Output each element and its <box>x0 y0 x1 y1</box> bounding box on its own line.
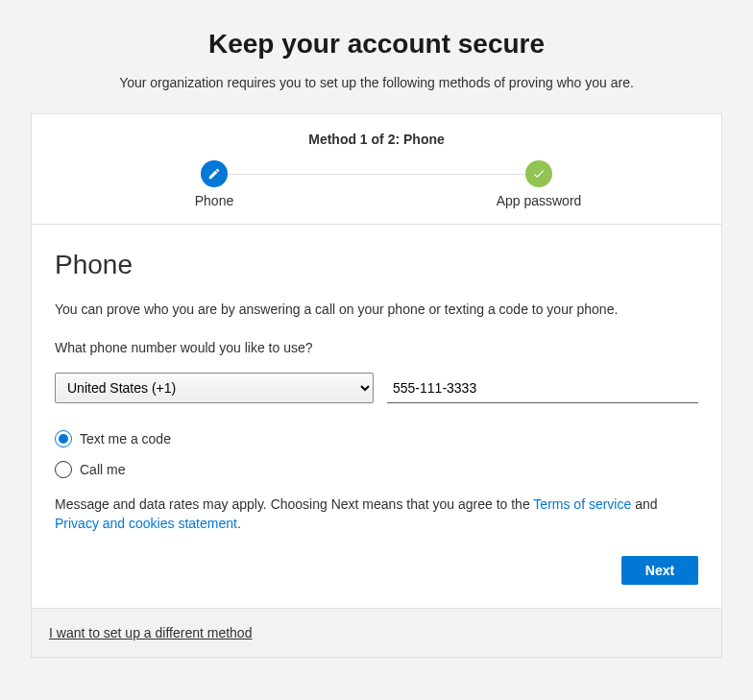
disclaimer-and: and <box>631 496 657 512</box>
step-phone: Phone <box>166 160 262 208</box>
step-app-password: App password <box>491 160 587 208</box>
radio-call-me-label: Call me <box>80 462 125 477</box>
checkmark-icon <box>525 160 552 187</box>
phone-section: Phone You can prove who you are by answe… <box>32 225 721 608</box>
radio-text-code-label: Text me a code <box>80 431 171 447</box>
radio-icon <box>55 461 72 478</box>
phone-input-row: United States (+1) <box>55 373 698 403</box>
card-footer: I want to set up a different method <box>32 608 721 657</box>
radio-dot-icon <box>59 434 68 444</box>
radio-call-me[interactable]: Call me <box>55 461 698 478</box>
page-subtitle: Your organization requires you to set up… <box>31 75 722 90</box>
method-progress-label: Method 1 of 2: Phone <box>51 132 702 147</box>
pencil-icon <box>201 160 228 187</box>
step-app-password-label: App password <box>497 193 582 208</box>
phone-number-input[interactable] <box>387 373 698 403</box>
terms-of-service-link[interactable]: Terms of service <box>533 496 631 512</box>
verification-method-radios: Text me a code Call me <box>55 430 698 478</box>
button-row: Next <box>55 556 698 585</box>
radio-text-code[interactable]: Text me a code <box>55 430 698 447</box>
setup-card: Method 1 of 2: Phone Phone <box>31 113 722 658</box>
stepper-line <box>228 174 525 175</box>
disclaimer-prefix: Message and data rates may apply. Choosi… <box>55 496 533 512</box>
phone-prompt: What phone number would you like to use? <box>55 340 698 355</box>
privacy-link[interactable]: Privacy and cookies statement <box>55 516 237 531</box>
stepper-section: Method 1 of 2: Phone Phone <box>32 114 721 225</box>
section-heading: Phone <box>55 250 698 280</box>
disclaimer-text: Message and data rates may apply. Choosi… <box>55 495 698 533</box>
stepper: Phone App password <box>51 160 702 208</box>
country-code-select[interactable]: United States (+1) <box>55 373 374 403</box>
different-method-link[interactable]: I want to set up a different method <box>49 625 252 640</box>
next-button[interactable]: Next <box>621 556 698 585</box>
page-container: Keep your account secure Your organizati… <box>31 29 722 658</box>
disclaimer-period: . <box>237 516 241 531</box>
page-title: Keep your account secure <box>31 29 722 60</box>
step-phone-label: Phone <box>195 193 233 208</box>
section-description: You can prove who you are by answering a… <box>55 302 698 317</box>
radio-icon <box>55 430 72 447</box>
